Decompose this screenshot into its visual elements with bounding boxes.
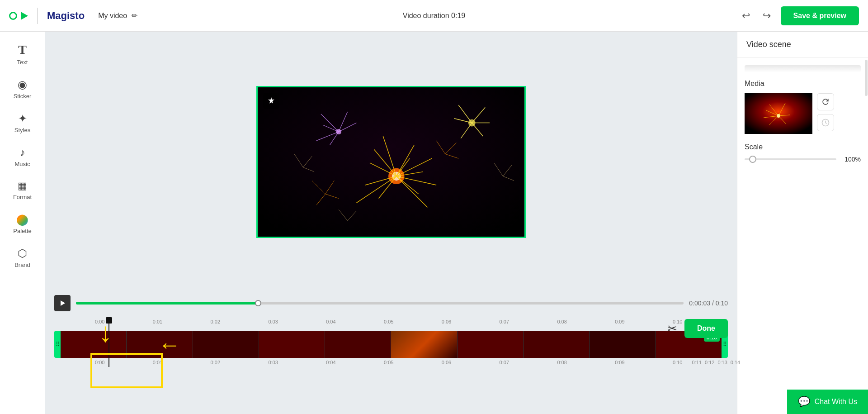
styles-icon: ✦ [18, 112, 27, 125]
video-overlay-badge [263, 93, 279, 109]
media-section: Media [745, 80, 861, 134]
refresh-media-button[interactable] [817, 93, 834, 110]
video-title: My video [98, 12, 127, 20]
bottom-tick-5: 0:05 [384, 360, 393, 365]
sidebar-item-label-text: Text [17, 59, 28, 66]
left-sidebar: T Text ◉ Sticker ✦ Styles ♪ Music ▦ Form… [0, 32, 45, 414]
track-frame [524, 331, 590, 358]
svg-rect-46 [745, 93, 812, 134]
track-frame [61, 331, 127, 358]
svg-rect-0 [259, 87, 523, 237]
timeline-section: ↓ ← ✂ Done 0:00 0:01 0:02 0:03 0:04 0:05 [45, 314, 737, 414]
track-frame [259, 331, 325, 358]
sidebar-item-label-palette: Palette [13, 228, 31, 234]
track-strip[interactable]: ⠿ [54, 331, 728, 358]
sidebar-item-format[interactable]: ▦ Format [0, 174, 45, 207]
ruler-tick-9: 0:09 [615, 319, 624, 324]
media-label: Media [745, 80, 861, 88]
header: Magisto My video ✏ Video duration 0:19 ↩… [0, 0, 868, 32]
sidebar-item-label-format: Format [13, 194, 32, 200]
music-icon: ♪ [20, 146, 25, 159]
chat-label: Chat With Us [815, 398, 857, 406]
palette-icon: ⬤ [16, 213, 28, 226]
logo-circle-icon [9, 12, 17, 20]
ruler-tick-5: 0:05 [384, 319, 393, 324]
track-frame [325, 331, 391, 358]
scale-slider-thumb [749, 156, 756, 163]
app-name: Magisto [47, 10, 85, 22]
svg-marker-45 [61, 300, 65, 306]
fireworks-background [258, 87, 524, 237]
main-layout: T Text ◉ Sticker ✦ Styles ♪ Music ▦ Form… [0, 32, 868, 414]
fireworks-svg [258, 87, 524, 237]
bottom-tick-1: 0:01 [153, 360, 162, 365]
progress-thumb [255, 300, 261, 306]
progress-bar[interactable] [76, 302, 684, 305]
bottom-tick-3: 0:03 [268, 360, 278, 365]
timeline-track: ⠿ [54, 331, 728, 358]
panel-scrollbar[interactable] [864, 58, 868, 414]
bottom-tick-7: 0:07 [500, 360, 509, 365]
ruler-tick-3: 0:03 [268, 319, 278, 324]
svg-point-54 [777, 114, 780, 118]
panel-body: Media [737, 58, 868, 414]
ruler-tick-7: 0:07 [500, 319, 509, 324]
bottom-tick-2: 0:02 [211, 360, 220, 365]
ruler-tick-6: 0:06 [442, 319, 451, 324]
sidebar-item-music[interactable]: ♪ Music [0, 140, 45, 174]
track-frame-firework [391, 331, 457, 358]
timeline-ruler: 0:00 0:01 0:02 0:03 0:04 0:05 0:06 0:07 … [54, 319, 737, 329]
ruler-tick-2: 0:02 [211, 319, 220, 324]
bottom-tick-13: 0:13 [717, 360, 727, 365]
track-frame [391, 331, 457, 358]
svg-point-22 [336, 129, 341, 134]
scale-slider[interactable] [745, 158, 836, 160]
panel-top-hint [745, 65, 861, 72]
track-handle-left[interactable]: ⠿ [54, 331, 61, 358]
header-actions: ↩ ↪ Save & preview [739, 6, 859, 25]
sidebar-item-brand[interactable]: ⬡ Brand [0, 241, 45, 275]
scale-row: 100% [745, 156, 861, 163]
logo-circles [9, 12, 28, 20]
panel-title: Video scene [737, 32, 868, 58]
clock-media-button[interactable] [817, 114, 834, 131]
done-button[interactable]: Done [684, 319, 728, 338]
redo-button[interactable]: ↪ [760, 7, 774, 24]
save-preview-button[interactable]: Save & preview [781, 6, 859, 25]
bottom-tick-10: 0:10 [673, 360, 682, 365]
sticker-icon: ◉ [18, 78, 27, 91]
panel-scrollbar-thumb [865, 60, 868, 96]
bottom-tick-12: 0:12 [705, 360, 714, 365]
track-frame [590, 331, 656, 358]
sidebar-item-label-brand: Brand [14, 262, 30, 268]
progress-fill [76, 302, 258, 305]
scissors-button[interactable]: ✂ [667, 322, 677, 336]
sidebar-item-text[interactable]: T Text [0, 36, 45, 72]
media-row [745, 93, 861, 134]
ruler-tick-1: 0:01 [153, 319, 162, 324]
scale-value: 100% [841, 156, 861, 163]
annotation-selection-box [90, 353, 163, 388]
right-panel: Video scene Media [737, 32, 868, 414]
bottom-tick-6: 0:06 [442, 360, 451, 365]
sidebar-item-palette[interactable]: ⬤ Palette [0, 207, 45, 241]
track-frame [193, 331, 259, 358]
sidebar-item-styles[interactable]: ✦ Styles [0, 106, 45, 140]
edit-title-icon[interactable]: ✏ [132, 11, 137, 20]
canvas-area: 0:00:03 / 0:10 ↓ ← ✂ Done 0:00 0:01 [45, 32, 737, 414]
media-thumbnail [745, 93, 812, 134]
ruler-tick-4: 0:04 [326, 319, 335, 324]
play-button[interactable] [54, 295, 71, 311]
sidebar-item-label-sticker: Sticker [14, 93, 32, 100]
undo-button[interactable]: ↩ [739, 7, 753, 24]
bottom-tick-8: 0:08 [557, 360, 566, 365]
duration-display: Video duration 0:19 [403, 12, 465, 20]
bottom-tick-9: 0:09 [615, 360, 624, 365]
chat-widget[interactable]: 💬 Chat With Us [787, 390, 868, 414]
sidebar-item-label-styles: Styles [14, 127, 30, 133]
bottom-tick-0: 0:00 [95, 360, 104, 365]
sidebar-item-sticker[interactable]: ◉ Sticker [0, 72, 45, 106]
text-icon: T [18, 43, 27, 57]
logo: Magisto [9, 8, 85, 24]
time-display: 0:00:03 / 0:10 [689, 300, 728, 307]
